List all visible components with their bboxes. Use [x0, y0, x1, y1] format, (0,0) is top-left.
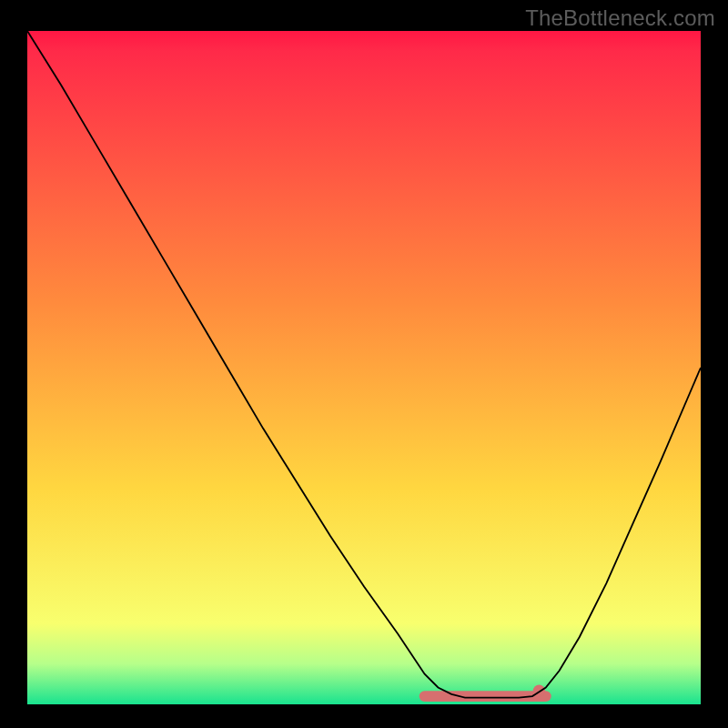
- gradient-background: [27, 31, 701, 704]
- watermark-text: TheBottleneck.com: [525, 5, 715, 31]
- chart-container: TheBottleneck.com: [0, 0, 728, 728]
- bottleneck-plot: [27, 31, 701, 704]
- plot-svg: [27, 31, 701, 704]
